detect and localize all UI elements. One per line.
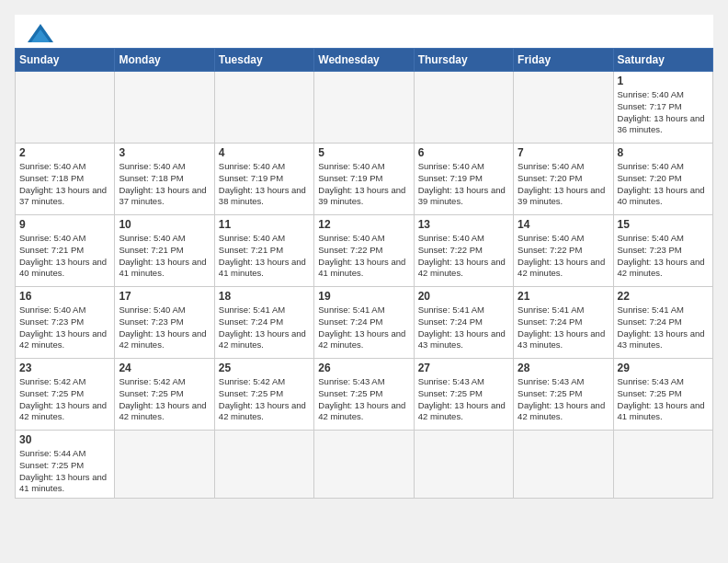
- day-info: Sunrise: 5:40 AM Sunset: 7:19 PM Dayligh…: [418, 161, 509, 208]
- calendar-cell: 1Sunrise: 5:40 AM Sunset: 7:17 PM Daylig…: [613, 72, 712, 144]
- calendar-cell: 17Sunrise: 5:40 AM Sunset: 7:23 PM Dayli…: [115, 287, 214, 359]
- calendar-cell: [613, 431, 712, 499]
- calendar-cell: 7Sunrise: 5:40 AM Sunset: 7:20 PM Daylig…: [514, 144, 613, 215]
- weekday-header-thursday: Thursday: [414, 49, 513, 72]
- day-info: Sunrise: 5:43 AM Sunset: 7:25 PM Dayligh…: [518, 376, 609, 423]
- day-number: 12: [318, 218, 409, 231]
- calendar-cell: 28Sunrise: 5:43 AM Sunset: 7:25 PM Dayli…: [514, 359, 613, 431]
- calendar-cell: [214, 431, 313, 499]
- calendar-cell: 12Sunrise: 5:40 AM Sunset: 7:22 PM Dayli…: [314, 215, 414, 287]
- day-info: Sunrise: 5:40 AM Sunset: 7:23 PM Dayligh…: [618, 233, 709, 280]
- day-info: Sunrise: 5:40 AM Sunset: 7:20 PM Dayligh…: [518, 161, 609, 208]
- day-number: 21: [518, 290, 609, 303]
- day-number: 26: [318, 362, 409, 374]
- calendar-cell: 4Sunrise: 5:40 AM Sunset: 7:19 PM Daylig…: [214, 144, 313, 215]
- calendar-cell: 21Sunrise: 5:41 AM Sunset: 7:24 PM Dayli…: [514, 287, 613, 359]
- calendar-cell: 3Sunrise: 5:40 AM Sunset: 7:18 PM Daylig…: [115, 144, 214, 215]
- calendar-cell: 2Sunrise: 5:40 AM Sunset: 7:18 PM Daylig…: [16, 144, 115, 215]
- day-info: Sunrise: 5:40 AM Sunset: 7:18 PM Dayligh…: [19, 161, 110, 208]
- calendar-cell: 19Sunrise: 5:41 AM Sunset: 7:24 PM Dayli…: [314, 287, 414, 359]
- day-number: 28: [518, 362, 609, 374]
- calendar-cell: [414, 431, 513, 499]
- day-number: 27: [418, 362, 509, 374]
- day-number: 6: [418, 146, 509, 159]
- day-info: Sunrise: 5:42 AM Sunset: 7:25 PM Dayligh…: [119, 376, 210, 423]
- day-info: Sunrise: 5:41 AM Sunset: 7:24 PM Dayligh…: [318, 304, 409, 351]
- day-number: 22: [618, 290, 709, 303]
- calendar-cell: 24Sunrise: 5:42 AM Sunset: 7:25 PM Dayli…: [115, 359, 214, 431]
- day-info: Sunrise: 5:41 AM Sunset: 7:24 PM Dayligh…: [418, 304, 509, 351]
- calendar-cell: [16, 72, 115, 144]
- calendar-cell: 11Sunrise: 5:40 AM Sunset: 7:21 PM Dayli…: [214, 215, 313, 287]
- day-info: Sunrise: 5:40 AM Sunset: 7:20 PM Dayligh…: [618, 161, 709, 208]
- day-number: 25: [219, 362, 310, 374]
- logo: [26, 24, 53, 42]
- day-info: Sunrise: 5:43 AM Sunset: 7:25 PM Dayligh…: [418, 376, 509, 423]
- day-number: 19: [318, 290, 409, 303]
- day-info: Sunrise: 5:41 AM Sunset: 7:24 PM Dayligh…: [618, 304, 709, 351]
- calendar-cell: 8Sunrise: 5:40 AM Sunset: 7:20 PM Daylig…: [613, 144, 712, 215]
- day-info: Sunrise: 5:43 AM Sunset: 7:25 PM Dayligh…: [318, 376, 409, 423]
- calendar-cell: [314, 72, 414, 144]
- calendar-cell: 15Sunrise: 5:40 AM Sunset: 7:23 PM Dayli…: [613, 215, 712, 287]
- day-number: 20: [418, 290, 509, 303]
- day-number: 3: [119, 146, 210, 159]
- day-number: 8: [618, 146, 709, 159]
- calendar-cell: 5Sunrise: 5:40 AM Sunset: 7:19 PM Daylig…: [314, 144, 414, 215]
- calendar-header: [15, 15, 713, 48]
- day-info: Sunrise: 5:40 AM Sunset: 7:22 PM Dayligh…: [318, 233, 409, 280]
- day-info: Sunrise: 5:42 AM Sunset: 7:25 PM Dayligh…: [219, 376, 310, 423]
- day-number: 14: [518, 218, 609, 231]
- calendar-cell: 22Sunrise: 5:41 AM Sunset: 7:24 PM Dayli…: [613, 287, 712, 359]
- week-row-5: 23Sunrise: 5:42 AM Sunset: 7:25 PM Dayli…: [16, 359, 713, 431]
- day-info: Sunrise: 5:41 AM Sunset: 7:24 PM Dayligh…: [219, 304, 310, 351]
- week-row-2: 2Sunrise: 5:40 AM Sunset: 7:18 PM Daylig…: [16, 144, 713, 215]
- day-info: Sunrise: 5:40 AM Sunset: 7:21 PM Dayligh…: [19, 233, 110, 280]
- day-number: 9: [19, 218, 110, 231]
- day-number: 7: [518, 146, 609, 159]
- day-number: 15: [618, 218, 709, 231]
- logo-icon: [28, 24, 53, 42]
- calendar-cell: 13Sunrise: 5:40 AM Sunset: 7:22 PM Dayli…: [414, 215, 513, 287]
- day-number: 2: [19, 146, 110, 159]
- calendar-cell: 26Sunrise: 5:43 AM Sunset: 7:25 PM Dayli…: [314, 359, 414, 431]
- calendar-table: SundayMondayTuesdayWednesdayThursdayFrid…: [15, 48, 713, 499]
- week-row-6: 30Sunrise: 5:44 AM Sunset: 7:25 PM Dayli…: [16, 431, 713, 499]
- day-number: 29: [618, 362, 709, 374]
- day-number: 13: [418, 218, 509, 231]
- calendar-cell: 29Sunrise: 5:43 AM Sunset: 7:25 PM Dayli…: [613, 359, 712, 431]
- calendar-cell: [115, 431, 214, 499]
- day-number: 16: [19, 290, 110, 303]
- calendar-cell: 23Sunrise: 5:42 AM Sunset: 7:25 PM Dayli…: [16, 359, 115, 431]
- calendar-cell: 14Sunrise: 5:40 AM Sunset: 7:22 PM Dayli…: [514, 215, 613, 287]
- weekday-header-sunday: Sunday: [16, 49, 115, 72]
- calendar-cell: 6Sunrise: 5:40 AM Sunset: 7:19 PM Daylig…: [414, 144, 513, 215]
- day-info: Sunrise: 5:40 AM Sunset: 7:21 PM Dayligh…: [119, 233, 210, 280]
- day-info: Sunrise: 5:40 AM Sunset: 7:22 PM Dayligh…: [418, 233, 509, 280]
- week-row-3: 9Sunrise: 5:40 AM Sunset: 7:21 PM Daylig…: [16, 215, 713, 287]
- weekday-header-tuesday: Tuesday: [214, 49, 313, 72]
- day-number: 1: [618, 75, 709, 87]
- day-info: Sunrise: 5:42 AM Sunset: 7:25 PM Dayligh…: [19, 376, 110, 423]
- day-number: 30: [19, 433, 110, 446]
- weekday-header-saturday: Saturday: [613, 49, 712, 72]
- calendar-cell: [414, 72, 513, 144]
- day-number: 24: [119, 362, 210, 374]
- day-number: 10: [119, 218, 210, 231]
- calendar-cell: 30Sunrise: 5:44 AM Sunset: 7:25 PM Dayli…: [16, 431, 115, 499]
- calendar-cell: 18Sunrise: 5:41 AM Sunset: 7:24 PM Dayli…: [214, 287, 313, 359]
- calendar-page: SundayMondayTuesdayWednesdayThursdayFrid…: [15, 15, 713, 499]
- calendar-cell: [115, 72, 214, 144]
- day-info: Sunrise: 5:44 AM Sunset: 7:25 PM Dayligh…: [19, 448, 110, 495]
- day-info: Sunrise: 5:40 AM Sunset: 7:23 PM Dayligh…: [19, 304, 110, 351]
- day-number: 4: [219, 146, 310, 159]
- weekday-header-friday: Friday: [514, 49, 613, 72]
- weekday-header-row: SundayMondayTuesdayWednesdayThursdayFrid…: [16, 49, 713, 72]
- calendar-cell: 9Sunrise: 5:40 AM Sunset: 7:21 PM Daylig…: [16, 215, 115, 287]
- day-info: Sunrise: 5:40 AM Sunset: 7:19 PM Dayligh…: [318, 161, 409, 208]
- week-row-4: 16Sunrise: 5:40 AM Sunset: 7:23 PM Dayli…: [16, 287, 713, 359]
- day-number: 11: [219, 218, 310, 231]
- day-info: Sunrise: 5:41 AM Sunset: 7:24 PM Dayligh…: [518, 304, 609, 351]
- day-info: Sunrise: 5:40 AM Sunset: 7:18 PM Dayligh…: [119, 161, 210, 208]
- calendar-cell: 16Sunrise: 5:40 AM Sunset: 7:23 PM Dayli…: [16, 287, 115, 359]
